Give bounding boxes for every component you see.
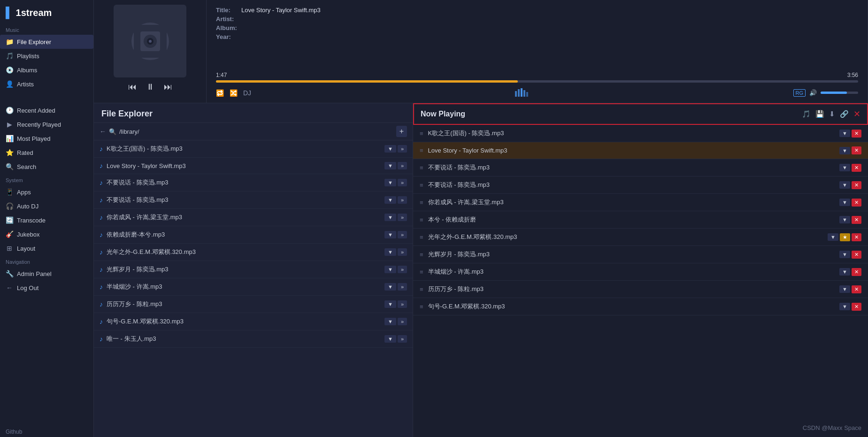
np-remove-button[interactable]: ✕ bbox=[852, 303, 861, 311]
sidebar-item-albums[interactable]: 💿 Albums bbox=[0, 63, 93, 77]
np-remove-button[interactable]: ✕ bbox=[852, 146, 861, 154]
now-playing-actions[interactable]: 🎵 💾 ⬇ 🔗 ✕ bbox=[802, 109, 860, 119]
playback-controls-left[interactable]: 🔁 🔀 DJ bbox=[216, 89, 251, 97]
np-track-item[interactable]: ≡ 句号-G.E.M.邓紫棋.320.mp3 ▼ ✕ bbox=[413, 298, 868, 315]
fe-down-button[interactable]: ▼ bbox=[384, 318, 396, 325]
fe-more-button[interactable]: » bbox=[398, 196, 407, 204]
fe-more-button[interactable]: » bbox=[398, 318, 407, 325]
np-track-item[interactable]: ≡ Love Story - Taylor Swift.mp3 ▼ ✕ bbox=[413, 142, 868, 159]
np-down-button[interactable]: ▼ bbox=[839, 199, 850, 206]
np-share-icon[interactable]: 🔗 bbox=[840, 110, 849, 118]
np-remove-button[interactable]: ✕ bbox=[852, 216, 861, 224]
fe-track-actions[interactable]: ▼ » bbox=[384, 300, 407, 308]
fe-track-item[interactable]: ♪ 句号-G.E.M.邓紫棋.320.mp3 ▼ » bbox=[94, 313, 413, 330]
np-track-item[interactable]: ≡ 光辉岁月 - 陈奕迅.mp3 ▼ ✕ bbox=[413, 246, 868, 263]
np-track-item[interactable]: ≡ 你若成风 - 许嵩,梁玉堂.mp3 ▼ ✕ bbox=[413, 194, 868, 211]
progress-bar[interactable] bbox=[216, 80, 858, 83]
np-remove-button[interactable]: ✕ bbox=[852, 233, 861, 241]
pause-button[interactable]: ⏸ bbox=[146, 82, 154, 92]
fe-track-item[interactable]: ♪ 不要说话 - 陈奕迅.mp3 ▼ » bbox=[94, 174, 413, 192]
fe-track-actions[interactable]: ▼ » bbox=[384, 283, 407, 291]
np-track-actions[interactable]: ▼ ✕ bbox=[839, 216, 861, 224]
fe-more-button[interactable]: » bbox=[398, 214, 407, 221]
np-track-actions[interactable]: ▼ ✕ bbox=[839, 285, 861, 293]
fe-down-button[interactable]: ▼ bbox=[384, 248, 396, 256]
np-track-item[interactable]: ≡ 不要说话 - 陈奕迅.mp3 ▼ ✕ bbox=[413, 176, 868, 194]
np-down-button[interactable]: ▼ bbox=[839, 130, 850, 137]
sidebar-item-artists[interactable]: 👤 Artists bbox=[0, 77, 93, 91]
fe-track-item[interactable]: ♪ 历历万乡 - 陈粒.mp3 ▼ » bbox=[94, 296, 413, 313]
fe-down-button[interactable]: ▼ bbox=[384, 231, 396, 238]
np-remove-button[interactable]: ✕ bbox=[852, 251, 861, 259]
np-playlist-icon[interactable]: 🎵 bbox=[802, 110, 811, 118]
back-button[interactable]: ← bbox=[100, 128, 106, 135]
fe-down-button[interactable]: ▼ bbox=[384, 162, 396, 169]
fe-track-actions[interactable]: ▼ » bbox=[384, 162, 407, 169]
np-track-actions[interactable]: ▼ ✕ bbox=[839, 268, 861, 276]
sidebar-item-apps[interactable]: 📱 Apps bbox=[0, 185, 93, 199]
np-track-item[interactable]: ≡ 不要说话 - 陈奕迅.mp3 ▼ ✕ bbox=[413, 159, 868, 176]
np-track-item[interactable]: ≡ 半城烟沙 - 许嵩.mp3 ▼ ✕ bbox=[413, 263, 868, 281]
fe-add-button[interactable]: + bbox=[396, 126, 407, 137]
fe-track-actions[interactable]: ▼ » bbox=[384, 248, 407, 256]
fe-more-button[interactable]: » bbox=[398, 300, 407, 308]
sidebar-item-layout[interactable]: ⊞ Layout bbox=[0, 241, 93, 255]
sidebar-item-file-explorer[interactable]: 📁 File Explorer bbox=[0, 35, 93, 49]
np-remove-button[interactable]: ✕ bbox=[852, 285, 861, 293]
np-down-button[interactable]: ▼ bbox=[839, 216, 850, 223]
fe-track-actions[interactable]: ▼ » bbox=[384, 214, 407, 221]
fe-down-button[interactable]: ▼ bbox=[384, 300, 396, 308]
sidebar-item-transcode[interactable]: 🔄 Transcode bbox=[0, 213, 93, 227]
playback-controls-right[interactable]: RG 🔊 bbox=[793, 89, 859, 97]
sidebar-item-playlists[interactable]: 🎵 Playlists bbox=[0, 49, 93, 63]
fe-down-button[interactable]: ▼ bbox=[384, 266, 396, 273]
fe-more-button[interactable]: » bbox=[398, 179, 407, 186]
next-button[interactable]: ⏭ bbox=[164, 82, 172, 92]
np-track-actions[interactable]: ▼ ✕ bbox=[839, 251, 861, 259]
fe-track-actions[interactable]: ▼ » bbox=[384, 196, 407, 204]
fe-more-button[interactable]: » bbox=[398, 283, 407, 291]
fe-track-item[interactable]: ♪ 半城烟沙 - 许嵩.mp3 ▼ » bbox=[94, 278, 413, 296]
prev-button[interactable]: ⏮ bbox=[128, 82, 137, 92]
fe-more-button[interactable]: » bbox=[398, 248, 407, 256]
np-track-actions[interactable]: ▼ ★ ✕ bbox=[828, 233, 861, 241]
np-track-item[interactable]: ≡ 历历万乡 - 陈粒.mp3 ▼ ✕ bbox=[413, 281, 868, 298]
volume-bar[interactable] bbox=[821, 92, 858, 94]
fe-track-item[interactable]: ♪ 不要说话 - 陈奕迅.mp3 ▼ » bbox=[94, 192, 413, 209]
fe-more-button[interactable]: » bbox=[398, 231, 407, 238]
sidebar-item-auto-dj[interactable]: 🎧 Auto DJ bbox=[0, 199, 93, 213]
sidebar-item-recently-played[interactable]: ▶ Recently Played bbox=[0, 117, 93, 131]
fe-track-item[interactable]: ♪ 唯一 - 朱玉人.mp3 ▼ » bbox=[94, 330, 413, 348]
np-track-actions[interactable]: ▼ ✕ bbox=[839, 146, 861, 154]
fe-down-button[interactable]: ▼ bbox=[384, 214, 396, 221]
fe-track-actions[interactable]: ▼ » bbox=[384, 335, 407, 343]
np-down-button[interactable]: ▼ bbox=[839, 251, 850, 258]
fe-track-actions[interactable]: ▼ » bbox=[384, 179, 407, 186]
sidebar-item-jukebox[interactable]: 🎸 Jukebox bbox=[0, 227, 93, 241]
np-remove-button[interactable]: ✕ bbox=[852, 130, 861, 138]
fe-down-button[interactable]: ▼ bbox=[384, 283, 396, 291]
np-down-button[interactable]: ▼ bbox=[839, 303, 850, 310]
np-down-button[interactable]: ▼ bbox=[839, 164, 850, 171]
np-down-button[interactable]: ▼ bbox=[839, 181, 850, 189]
np-download-icon[interactable]: ⬇ bbox=[829, 110, 835, 118]
fe-track-item[interactable]: ♪ Love Story - Taylor Swift.mp3 ▼ » bbox=[94, 158, 413, 174]
np-track-item[interactable]: ≡ K歌之王(国语) - 陈奕迅.mp3 ▼ ✕ bbox=[413, 125, 868, 142]
github-link[interactable]: Github bbox=[0, 427, 28, 437]
sidebar-item-search[interactable]: 🔍 Search bbox=[0, 160, 93, 174]
shuffle-icon[interactable]: 🔀 bbox=[230, 89, 238, 97]
np-track-actions[interactable]: ▼ ✕ bbox=[839, 199, 861, 207]
np-track-actions[interactable]: ▼ ✕ bbox=[839, 303, 861, 311]
fe-track-item[interactable]: ♪ 光辉岁月 - 陈奕迅.mp3 ▼ » bbox=[94, 261, 413, 278]
np-star-button[interactable]: ★ bbox=[840, 233, 850, 241]
fe-track-item[interactable]: ♪ 依赖成折磨-本兮.mp3 ▼ » bbox=[94, 226, 413, 244]
sidebar-item-recent-added[interactable]: 🕐 Recent Added bbox=[0, 103, 93, 117]
np-track-actions[interactable]: ▼ ✕ bbox=[839, 181, 861, 189]
dj-button[interactable]: DJ bbox=[243, 89, 251, 97]
fe-more-button[interactable]: » bbox=[398, 145, 407, 153]
fe-track-actions[interactable]: ▼ » bbox=[384, 145, 407, 153]
np-track-item[interactable]: ≡ 本兮 - 依赖成折磨 ▼ ✕ bbox=[413, 211, 868, 229]
fe-down-button[interactable]: ▼ bbox=[384, 179, 396, 186]
fe-track-item[interactable]: ♪ K歌之王(国语) - 陈奕迅.mp3 ▼ » bbox=[94, 140, 413, 158]
np-close-button[interactable]: ✕ bbox=[853, 109, 860, 119]
